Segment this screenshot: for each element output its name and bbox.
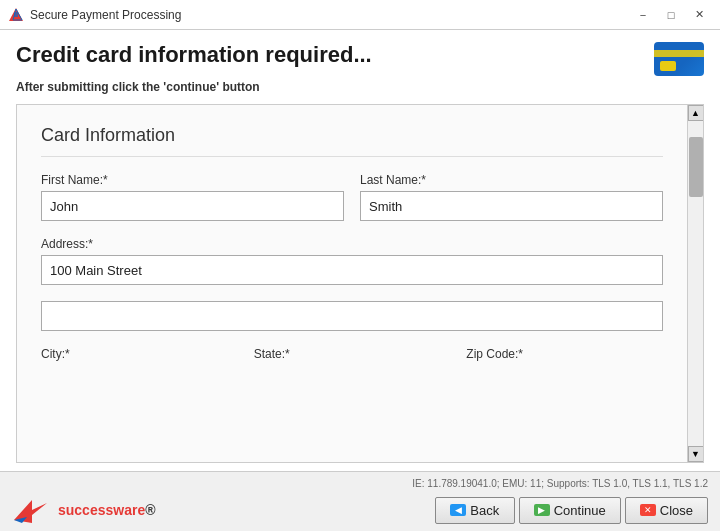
tls-info: IE: 11.789.19041.0; EMU: 11; Supports: T… (12, 478, 708, 489)
address2-input[interactable] (41, 301, 663, 331)
scrollbar: ▲ ▼ (687, 105, 703, 462)
bottom-bar: IE: 11.789.19041.0; EMU: 11; Supports: T… (0, 471, 720, 531)
logo-text: successware® (58, 502, 156, 518)
bottom-buttons-row: successware® ◀ Back ▶ Continue ✕ Close (12, 495, 708, 525)
back-button[interactable]: ◀ Back (435, 497, 515, 524)
close-label: Close (660, 503, 693, 518)
first-name-group: First Name:* (41, 173, 344, 221)
name-row: First Name:* Last Name:* (41, 173, 663, 221)
window-title: Secure Payment Processing (30, 8, 630, 22)
close-button[interactable]: ✕ Close (625, 497, 708, 524)
back-label: Back (470, 503, 499, 518)
form-section-title: Card Information (41, 125, 663, 157)
continue-button[interactable]: ▶ Continue (519, 497, 621, 524)
app-icon (8, 7, 24, 23)
main-content: Credit card information required... Afte… (0, 30, 720, 471)
window-controls: − □ ✕ (630, 4, 712, 26)
continue-label: Continue (554, 503, 606, 518)
zip-label: Zip Code:* (466, 347, 663, 361)
state-label: State:* (254, 347, 451, 361)
first-name-label: First Name:* (41, 173, 344, 187)
last-name-label: Last Name:* (360, 173, 663, 187)
state-group: State:* (254, 347, 451, 365)
svg-rect-2 (14, 12, 18, 17)
scrollbar-thumb[interactable] (689, 137, 703, 197)
successware-logo: successware® (12, 495, 156, 525)
address-label: Address:* (41, 237, 663, 251)
last-name-group: Last Name:* (360, 173, 663, 221)
title-bar: Secure Payment Processing − □ ✕ (0, 0, 720, 30)
form-container: Card Information First Name:* Last Name:… (16, 104, 704, 463)
maximize-button[interactable]: □ (658, 4, 684, 26)
page-title: Credit card information required... (16, 42, 372, 68)
logo-accent: ware (113, 502, 145, 518)
zip-group: Zip Code:* (466, 347, 663, 365)
credit-card-icon (654, 42, 704, 76)
city-group: City:* (41, 347, 238, 365)
close-btn-icon: ✕ (640, 504, 656, 516)
city-state-row: City:* State:* Zip Code:* (41, 347, 663, 365)
action-buttons: ◀ Back ▶ Continue ✕ Close (435, 497, 708, 524)
scroll-up-arrow[interactable]: ▲ (688, 105, 704, 121)
continue-icon: ▶ (534, 504, 550, 516)
address-input[interactable] (41, 255, 663, 285)
address2-row (41, 301, 663, 331)
first-name-input[interactable] (41, 191, 344, 221)
logo-icon (12, 495, 52, 525)
address-group: Address:* (41, 237, 663, 285)
address2-group (41, 301, 663, 331)
back-icon: ◀ (450, 504, 466, 516)
subtitle: After submitting click the 'continue' bu… (16, 80, 704, 94)
city-label: City:* (41, 347, 238, 361)
last-name-input[interactable] (360, 191, 663, 221)
page-header: Credit card information required... (16, 42, 704, 76)
scroll-down-arrow[interactable]: ▼ (688, 446, 704, 462)
minimize-button[interactable]: − (630, 4, 656, 26)
form-scroll-area[interactable]: Card Information First Name:* Last Name:… (17, 105, 687, 462)
logo-normal: success (58, 502, 113, 518)
address-row: Address:* (41, 237, 663, 285)
window-close-button[interactable]: ✕ (686, 4, 712, 26)
